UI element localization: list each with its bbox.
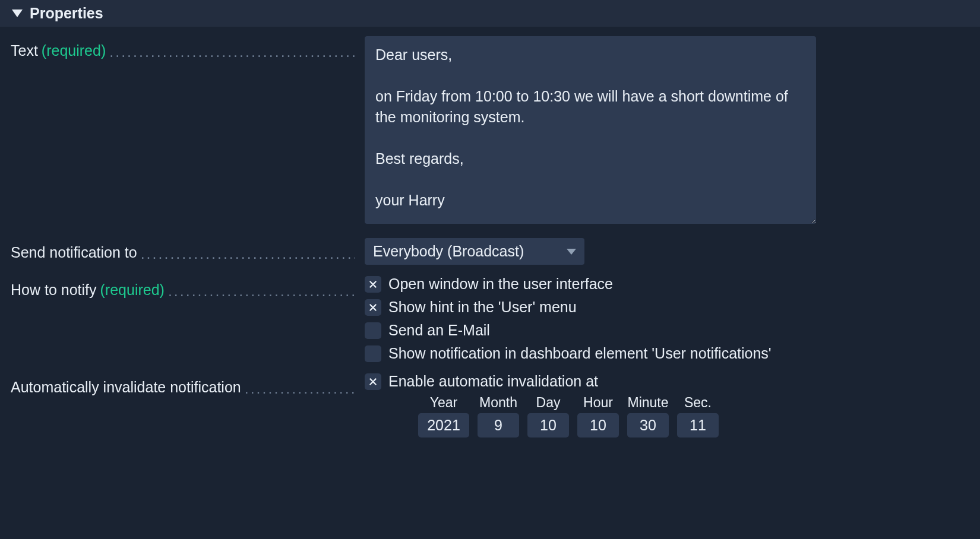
value-col-auto-invalidate: Enable automatic invalidation at Year Mo…: [355, 373, 969, 437]
dt-input-hour[interactable]: [577, 413, 619, 437]
dt-label-minute: Minute: [627, 395, 668, 411]
notify-option-show-hint: Show hint in the 'User' menu: [365, 299, 969, 316]
dt-input-month[interactable]: [478, 413, 519, 437]
notify-option-open-window: Open window in the user interface: [365, 275, 969, 293]
dt-label-hour: Hour: [583, 395, 613, 411]
label-dots: ........................................…: [141, 245, 355, 263]
checkbox-label: Send an E-Mail: [388, 322, 490, 339]
label-col-send-to: Send notification to ...................…: [11, 238, 355, 262]
row-auto-invalidate: Automatically invalidate notification ..…: [11, 373, 969, 437]
checkbox-label: Enable automatic invalidation at: [388, 373, 598, 390]
row-send-to: Send notification to ...................…: [11, 238, 969, 265]
label-auto-invalidate: Automatically invalidate notification: [11, 379, 245, 396]
dt-field-year: Year: [418, 395, 469, 437]
dt-label-day: Day: [536, 395, 561, 411]
collapse-icon: [12, 9, 23, 17]
row-how-to-notify: How to notify (required) ...............…: [11, 275, 969, 362]
row-text: Text (required) ........................…: [11, 36, 969, 227]
properties-panel: Properties Text (required) .............…: [0, 0, 980, 462]
label-col-text: Text (required) ........................…: [11, 36, 355, 60]
label-how-to-notify: How to notify: [11, 281, 100, 299]
required-marker: (required): [42, 42, 109, 59]
value-col-text: [355, 36, 969, 227]
checkbox-label: Open window in the user interface: [388, 275, 613, 293]
dt-field-day: Day: [527, 395, 569, 437]
value-col-send-to: Everybody (Broadcast): [355, 238, 969, 265]
dt-label-sec: Sec.: [684, 395, 712, 411]
label-col-auto-invalidate: Automatically invalidate notification ..…: [11, 373, 355, 397]
datetime-row: Year Month Day Hour: [418, 395, 969, 437]
panel-title: Properties: [30, 5, 103, 22]
dt-input-day[interactable]: [527, 413, 569, 437]
label-dots: ........................................…: [245, 380, 355, 398]
label-send-to: Send notification to: [11, 244, 141, 261]
dt-field-month: Month: [478, 395, 519, 437]
checkbox-label: Show hint in the 'User' menu: [388, 299, 577, 316]
dt-input-year[interactable]: [418, 413, 469, 437]
value-col-how-to-notify: Open window in the user interface Show h…: [355, 275, 969, 362]
dt-field-sec: Sec.: [677, 395, 719, 437]
notify-option-dashboard: Show notification in dashboard element '…: [365, 345, 969, 362]
text-input[interactable]: [365, 36, 816, 224]
label-dots: ........................................…: [109, 43, 355, 61]
checkbox-show-hint[interactable]: [365, 299, 381, 316]
chevron-down-icon: [567, 249, 576, 255]
auto-invalidate-enable: Enable automatic invalidation at: [365, 373, 969, 390]
checkbox-dashboard[interactable]: [365, 345, 381, 362]
required-marker: (required): [100, 281, 168, 299]
checkbox-auto-invalidate-enable[interactable]: [365, 373, 381, 390]
dt-input-sec[interactable]: [677, 413, 719, 437]
notify-checkbox-list: Open window in the user interface Show h…: [365, 275, 969, 362]
label-dots: ........................................…: [168, 283, 355, 300]
form-body: Text (required) ........................…: [0, 27, 980, 462]
label-text: Text: [11, 42, 42, 59]
notify-option-send-email: Send an E-Mail: [365, 322, 969, 339]
dt-field-minute: Minute: [627, 395, 669, 437]
dt-field-hour: Hour: [577, 395, 619, 437]
panel-header[interactable]: Properties: [0, 0, 980, 27]
label-col-how-to-notify: How to notify (required) ...............…: [11, 275, 355, 299]
checkbox-open-window[interactable]: [365, 276, 381, 293]
send-to-select[interactable]: Everybody (Broadcast): [365, 238, 584, 265]
checkbox-send-email[interactable]: [365, 322, 381, 339]
send-to-selected: Everybody (Broadcast): [373, 243, 524, 260]
checkbox-label: Show notification in dashboard element '…: [388, 345, 772, 362]
dt-label-year: Year: [430, 395, 457, 411]
dt-label-month: Month: [479, 395, 517, 411]
dt-input-minute[interactable]: [627, 413, 669, 437]
